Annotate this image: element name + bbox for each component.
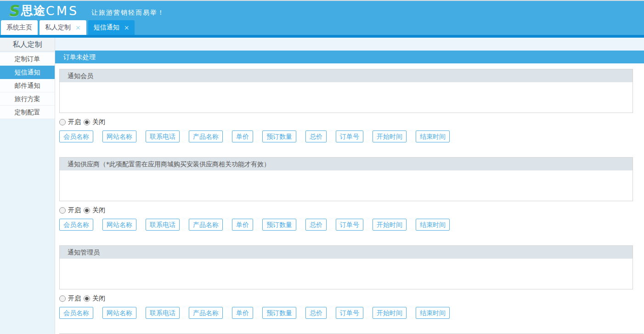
radio-on-input[interactable] [59, 207, 66, 214]
tag-button[interactable]: 会员名称 [59, 219, 93, 231]
tag-button-row: 会员名称网站名称联系电话产品名称单价预订数量总价订单号开始时间结束时间 [59, 307, 644, 319]
radio-on[interactable]: 开启 [59, 118, 81, 126]
radio-off-input[interactable] [84, 207, 90, 214]
tag-button[interactable]: 预订数量 [262, 130, 296, 142]
tag-button[interactable]: 产品名称 [189, 219, 223, 231]
tag-button[interactable]: 订单号 [336, 307, 363, 319]
radio-off[interactable]: 关闭 [84, 206, 105, 215]
sidebar-menu: 定制订单 短信通知 邮件通知 旅行方案 定制配置 [0, 52, 55, 119]
tab-close-icon[interactable]: × [75, 24, 81, 31]
tab-label: 系统主页 [6, 23, 32, 32]
tag-button[interactable]: 开始时间 [373, 130, 407, 142]
sidebar-item[interactable]: 短信通知 [0, 66, 55, 79]
radio-off-input[interactable] [84, 295, 90, 302]
tab-2[interactable]: 私人定制 × [40, 20, 86, 35]
logo: S 思途 CMS [9, 3, 79, 18]
tag-button[interactable]: 联系电话 [146, 219, 180, 231]
template-box: 通知供应商（*此项配置需在应用商城购买安装供应商相关功能才有效） [59, 157, 633, 201]
app-header: S 思途 CMS 让旅游营销轻而易举！ [0, 1, 644, 20]
notify-section: 通知供应商（*此项配置需在应用商城购买安装供应商相关功能才有效） 开启 关闭 会… [59, 157, 644, 231]
tag-button[interactable]: 开始时间 [373, 307, 407, 319]
radio-on[interactable]: 开启 [59, 206, 81, 215]
tab-3[interactable]: 短信通知 × [88, 20, 135, 35]
tab-label: 短信通知 [94, 23, 119, 32]
logo-cms-text: CMS [46, 5, 79, 17]
tag-button[interactable]: 总价 [305, 130, 327, 142]
tag-button[interactable]: 联系电话 [146, 130, 180, 142]
radio-off[interactable]: 关闭 [84, 294, 105, 303]
tag-button[interactable]: 网站名称 [102, 219, 136, 231]
tag-button[interactable]: 结束时间 [416, 219, 450, 231]
tag-button[interactable]: 网站名称 [102, 130, 136, 142]
tag-button[interactable]: 产品名称 [189, 130, 223, 142]
template-box: 通知会员 [59, 69, 633, 113]
tag-button[interactable]: 结束时间 [416, 307, 450, 319]
radio-off[interactable]: 关闭 [84, 118, 105, 126]
radio-off-label: 关闭 [92, 118, 105, 126]
tag-button[interactable]: 网站名称 [102, 307, 136, 319]
tag-button[interactable]: 总价 [305, 219, 327, 231]
sidebar-item[interactable]: 定制配置 [0, 106, 55, 119]
tag-button[interactable]: 订单号 [336, 130, 363, 142]
tag-button[interactable]: 订单号 [336, 219, 363, 231]
tag-button-row: 会员名称网站名称联系电话产品名称单价预订数量总价订单号开始时间结束时间 [59, 130, 644, 142]
tab-label: 私人定制 [45, 23, 71, 32]
tag-button[interactable]: 会员名称 [59, 130, 93, 142]
radio-off-label: 关闭 [92, 294, 105, 303]
tag-button[interactable]: 联系电话 [146, 307, 180, 319]
tag-button-row: 会员名称网站名称联系电话产品名称单价预订数量总价订单号开始时间结束时间 [59, 219, 644, 231]
template-textarea[interactable] [60, 170, 633, 201]
main-body: 通知会员 开启 关闭 会员名称网站名称联系电话产品名称单价预订数量总价订单号开始… [55, 63, 644, 334]
radio-on-label: 开启 [68, 206, 81, 215]
radio-on-label: 开启 [68, 118, 81, 126]
radio-on-input[interactable] [59, 119, 66, 125]
sidebar-title: 私人定制 [0, 38, 55, 51]
sidebar-item[interactable]: 旅行方案 [0, 92, 55, 106]
logo-icon: S [8, 3, 21, 18]
radio-off-label: 关闭 [92, 206, 105, 215]
tab-1[interactable]: 系统主页 [1, 20, 38, 35]
tag-button[interactable]: 单价 [232, 307, 253, 319]
section-title: 通知管理员 [60, 246, 633, 259]
notify-section: 通知管理员 开启 关闭 会员名称网站名称联系电话产品名称单价预订数量总价订单号开… [59, 245, 644, 319]
tag-button[interactable]: 结束时间 [416, 130, 450, 142]
sidebar: 私人定制 定制订单 短信通知 邮件通知 旅行方案 定制配置 [0, 38, 55, 334]
template-box: 通知管理员 [59, 245, 633, 289]
slogan: 让旅游营销轻而易举！ [91, 9, 165, 17]
tag-button[interactable]: 会员名称 [59, 307, 93, 319]
page-title: 订单未处理 [55, 51, 644, 63]
notify-section: 通知会员 开启 关闭 会员名称网站名称联系电话产品名称单价预订数量总价订单号开始… [59, 69, 644, 142]
section-title: 通知供应商（*此项配置需在应用商城购买安装供应商相关功能才有效） [60, 158, 633, 170]
radio-on-label: 开启 [68, 294, 81, 303]
tag-button[interactable]: 总价 [305, 307, 327, 319]
section-title: 通知会员 [60, 69, 633, 82]
toggle-radio-group: 开启 关闭 [59, 206, 644, 215]
toggle-radio-group: 开启 关闭 [59, 294, 644, 303]
main-panel: 订单未处理 通知会员 开启 关闭 会员名称网站名称联系电话产品名称单价预订数量总… [55, 38, 644, 334]
tag-button[interactable]: 开始时间 [373, 219, 407, 231]
toggle-radio-group: 开启 关闭 [59, 118, 644, 126]
workspace: 私人定制 定制订单 短信通知 邮件通知 旅行方案 定制配置 订单未处理 通知会员… [0, 38, 644, 334]
template-textarea[interactable] [60, 259, 633, 289]
radio-on-input[interactable] [59, 295, 66, 302]
tab-close-icon[interactable]: × [124, 24, 130, 31]
sidebar-item[interactable]: 定制订单 [0, 52, 55, 66]
tag-button[interactable]: 预订数量 [262, 219, 296, 231]
tag-button[interactable]: 单价 [232, 130, 253, 142]
template-textarea[interactable] [60, 82, 633, 113]
tag-button[interactable]: 预订数量 [262, 307, 296, 319]
main-top-spacer [55, 38, 644, 51]
sidebar-item[interactable]: 邮件通知 [0, 79, 55, 92]
tag-button[interactable]: 单价 [232, 219, 253, 231]
radio-on[interactable]: 开启 [59, 294, 81, 303]
logo-brand-text: 思途 [21, 5, 46, 17]
tab-bar: 系统主页 私人定制 × 短信通知 × [0, 20, 644, 35]
radio-off-input[interactable] [84, 119, 90, 125]
tag-button[interactable]: 产品名称 [189, 307, 223, 319]
